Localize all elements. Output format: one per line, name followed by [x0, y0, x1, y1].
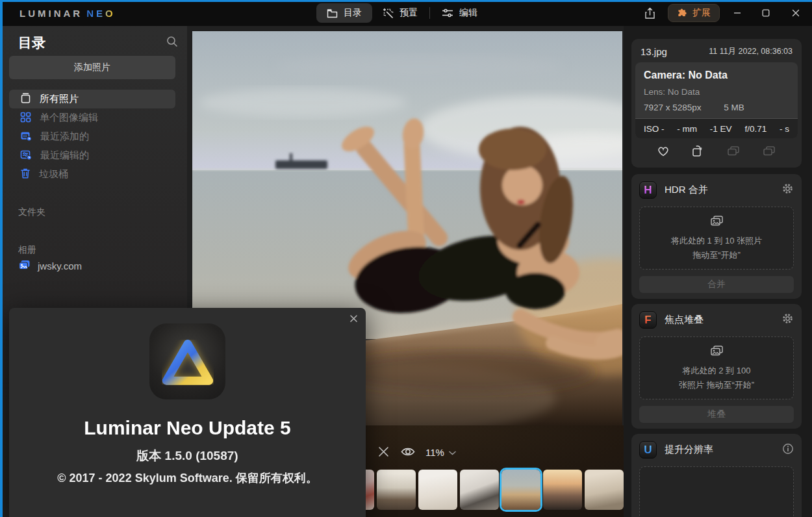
- sidebar-item-label: 最近编辑的: [40, 149, 89, 162]
- logo-luminar: LUMINAR: [19, 8, 82, 19]
- sidebar-item-album[interactable]: jwsky.com: [18, 260, 82, 272]
- tab-divider: [429, 7, 430, 19]
- mode-tabs: 目录 预置 编辑: [316, 3, 488, 23]
- exif-aperture: f/0.71: [744, 124, 767, 134]
- sidebar-item-all-photos[interactable]: 所有照片: [9, 90, 175, 108]
- albums-section-label[interactable]: 相册: [18, 244, 36, 256]
- luminar-neo-app-icon: [149, 323, 225, 399]
- hdr-merge-dropzone[interactable]: 将此处的 1 到 10 张照片 拖动至“开始”: [639, 207, 794, 270]
- maximize-button[interactable]: [760, 7, 772, 19]
- extensions-label: 扩展: [692, 7, 711, 19]
- info-icon[interactable]: [782, 443, 794, 457]
- focus-drop-text-line1: 将此处的 2 到 100: [679, 364, 754, 377]
- logo-neo: NEO: [86, 8, 116, 19]
- calendar-clock-icon: [20, 131, 32, 144]
- app-logo: LUMINARNEO: [19, 8, 116, 19]
- upscale-card: U 提升分辨率: [631, 434, 802, 517]
- eye-icon[interactable]: [400, 446, 416, 460]
- thumbnail[interactable]: [418, 470, 457, 510]
- thumbnail[interactable]: [543, 470, 582, 510]
- minimize-button[interactable]: [731, 7, 743, 19]
- search-icon[interactable]: [166, 36, 178, 50]
- thumbnail[interactable]: [460, 470, 499, 510]
- photo-date: 11 11月 2022, 08:36:03: [709, 46, 793, 57]
- dialog-version: 版本 1.5.0 (10587): [9, 448, 366, 464]
- window-border-top: [0, 0, 812, 2]
- share-button[interactable]: [644, 7, 655, 22]
- hdr-merge-title: HDR 合并: [665, 184, 774, 196]
- exif-focal-length: - mm: [677, 124, 697, 134]
- folders-section-label[interactable]: 文件夹: [18, 207, 45, 218]
- sidebar-item-recently-edited[interactable]: 最近编辑的: [9, 146, 175, 165]
- stack-copy-icon[interactable]: [762, 145, 776, 159]
- focus-stacking-dropzone[interactable]: 将此处的 2 到 100 张照片 拖动至“开始”: [639, 336, 794, 399]
- tab-label: 目录: [344, 7, 362, 19]
- exif-camera: Camera: No Data: [644, 69, 789, 81]
- luminar-neo-window: LUMINARNEO 目录 预置 编辑: [0, 0, 812, 517]
- chevron-down-icon: [449, 446, 456, 458]
- tab-label: 编辑: [459, 7, 477, 19]
- title-bar: LUMINARNEO 目录 预置 编辑: [0, 0, 812, 26]
- hdr-merge-card: H HDR 合并 将此处的 1 到 10 张照片 拖动至“开始” 合并: [631, 174, 802, 299]
- exif-dimensions: 7927 x 5285px: [644, 103, 724, 112]
- close-preview-icon[interactable]: [378, 446, 389, 460]
- right-panel: 13.jpg 11 11月 2022, 08:36:03 Camera: No …: [624, 26, 812, 517]
- tab-presets[interactable]: 预置: [372, 3, 428, 23]
- upscale-dropzone[interactable]: [639, 466, 794, 517]
- dialog-title: Luminar Neo Update 5: [9, 417, 366, 439]
- thumbnail-selected[interactable]: [501, 470, 540, 510]
- zoom-level: 11%: [425, 447, 444, 458]
- focus-stacking-title: 焦点堆叠: [665, 314, 774, 326]
- exif-iso: ISO -: [644, 124, 665, 134]
- sidebar-item-single-image-edits[interactable]: 单个图像编辑: [9, 108, 175, 127]
- upscale-title: 提升分辨率: [665, 444, 774, 456]
- sidebar-item-label: 垃圾桶: [39, 168, 68, 181]
- sidebar-title: 目录: [18, 34, 45, 52]
- tab-edit[interactable]: 编辑: [431, 3, 488, 23]
- add-photos-button[interactable]: 添加照片: [9, 56, 175, 79]
- sidebar-item-label: 单个图像编辑: [40, 112, 98, 124]
- sidebar-nav: 所有照片 单个图像编辑 最近添加的 最近编辑的: [9, 90, 175, 184]
- sidebar-item-label: 最近添加的: [40, 131, 89, 143]
- exif-block: Camera: No Data Lens: No Data 7927 x 528…: [635, 62, 798, 138]
- dialog-close-icon[interactable]: [347, 312, 360, 325]
- photos-stack-icon: [20, 92, 31, 106]
- favorite-heart-icon[interactable]: [657, 145, 670, 159]
- thumbnail[interactable]: [377, 470, 416, 510]
- sliders-icon: [442, 8, 453, 18]
- thumbnail[interactable]: [585, 470, 624, 510]
- gear-icon[interactable]: [781, 183, 794, 197]
- album-name: jwsky.com: [38, 260, 82, 271]
- exif-filesize: 5 MB: [724, 103, 744, 112]
- exif-settings-strip: ISO - - mm -1 EV f/0.71 - s: [635, 118, 798, 138]
- rotate-icon[interactable]: [691, 144, 705, 160]
- puzzle-icon: [677, 7, 687, 19]
- dialog-copyright: © 2017 - 2022 Skylum Software. 保留所有权利。: [9, 470, 366, 486]
- sidebar-item-recently-added[interactable]: 最近添加的: [9, 127, 175, 146]
- focus-stacking-card: F 焦点堆叠 将此处的 2 到 100 张照片 拖动至“开始” 堆叠: [631, 304, 802, 429]
- window-border-left: [0, 0, 3, 517]
- tab-catalog[interactable]: 目录: [316, 3, 372, 23]
- magic-wand-icon: [383, 8, 394, 19]
- photos-drop-icon: [709, 214, 724, 230]
- photos-drop-icon: [709, 344, 724, 360]
- grid-icon: [20, 112, 31, 125]
- exif-shutter: - s: [780, 124, 789, 134]
- focus-stacking-badge-icon: F: [639, 311, 657, 329]
- trash-icon: [20, 168, 31, 181]
- folder-icon: [327, 8, 338, 18]
- close-window-button[interactable]: [790, 7, 802, 19]
- photo-info-card: 13.jpg 11 11月 2022, 08:36:03 Camera: No …: [631, 39, 802, 168]
- photo-filename: 13.jpg: [641, 46, 667, 57]
- extensions-button[interactable]: 扩展: [668, 4, 720, 22]
- duplicate-icon[interactable]: [726, 145, 741, 159]
- exif-exposure: -1 EV: [710, 124, 732, 134]
- exif-lens: Lens: No Data: [644, 87, 789, 97]
- focus-stacking-button[interactable]: 堆叠: [639, 406, 794, 423]
- hdr-merge-button[interactable]: 合并: [639, 276, 794, 293]
- hdr-merge-badge-icon: H: [639, 181, 657, 199]
- about-dialog: Luminar Neo Update 5 版本 1.5.0 (10587) © …: [9, 308, 366, 517]
- sidebar-item-trash[interactable]: 垃圾桶: [9, 165, 175, 184]
- gear-icon[interactable]: [781, 312, 794, 327]
- zoom-control[interactable]: 11%: [425, 446, 456, 458]
